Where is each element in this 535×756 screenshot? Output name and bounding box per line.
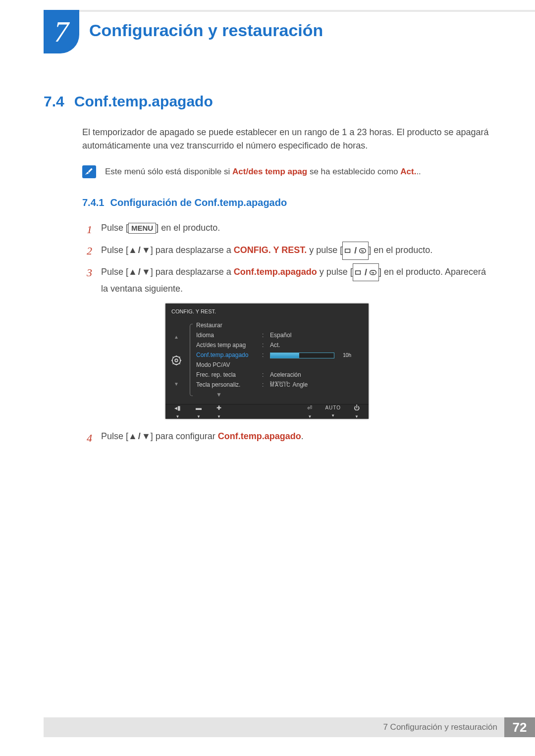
osd-menu: CONFIG. Y REST. ▲ ▼ Restaurar [165,303,369,419]
up-down-icon: ▲/▼ [128,431,151,441]
svg-rect-2 [356,271,361,274]
osd-row-frec: Frec. rep. tecla:Aceleración [196,370,365,380]
svg-line-11 [179,363,180,364]
step-3: 3 Pulse [▲/▼] para desplazarse a Conf.te… [82,263,490,426]
intro-paragraph: El temporizador de apagado se puede esta… [44,126,490,152]
osd-rows: Restaurar Idioma:Español Act/des temp ap… [196,321,365,400]
note: Este menú sólo está disponible si Act/de… [44,165,490,178]
step-4: 4 Pulse [▲/▼] para configurar Conf.temp.… [82,429,490,447]
svg-line-12 [173,363,174,364]
osd-row-tecla: Tecla personaliz.:SAMSUNGMAGIC Angle [196,380,365,390]
osd-bracket [187,321,192,400]
section-heading: 7.4 Conf.temp.apagado [44,93,490,110]
step-number: 4 [82,429,92,447]
select-enter-icon: / [342,242,369,260]
step-target: CONFIG. Y REST. [234,245,307,255]
step-body: Pulse [▲/▼] para desplazarse a Conf.temp… [101,263,490,426]
note-mid: se ha establecido como [307,167,400,176]
up-down-icon: ▲/▼ [128,245,151,255]
footer-text: 7 Configuración y restauración [383,722,504,732]
manual-page: 7 Configuración y restauración 7.4 Conf.… [0,0,535,756]
select-enter-icon: / [353,263,379,282]
note-icon [82,165,96,178]
chapter-title: Configuración y restauración [89,21,323,40]
osd-power-icon: ⏻▼ [354,403,360,420]
step-body: Pulse [MENU] en el producto. [101,220,490,239]
note-text: Este menú sólo está disponible si Act/de… [105,165,421,178]
subsection-number: 7.4.1 [82,197,104,208]
step-number: 2 [82,242,92,260]
svg-line-13 [179,356,180,357]
step-body: Pulse [▲/▼] para configurar Conf.temp.ap… [101,429,490,447]
note-bold1: Act/des temp apag [232,167,307,176]
subsection-heading: 7.4.1 Configuración de Conf.temp.apagado [44,197,490,208]
osd-nav-left-icon: ◂▮▼ [174,403,181,420]
steps-list: 1 Pulse [MENU] en el producto. 2 Pulse [… [44,220,490,447]
step-number: 3 [82,263,92,426]
step-number: 1 [82,220,92,239]
step-1: 1 Pulse [MENU] en el producto. [82,220,490,239]
osd-title: CONFIG. Y REST. [165,303,369,320]
step-target: Conf.temp.apagado [218,431,301,441]
osd-screenshot: CONFIG. Y REST. ▲ ▼ Restaurar [165,303,490,419]
osd-row-modopcav: Modo PC/AV [196,360,365,370]
header-band [67,10,535,12]
subsection-title: Configuración de Conf.temp.apagado [110,197,287,208]
step-target: Conf.temp.apagado [234,267,317,277]
svg-point-5 [175,359,178,362]
osd-row-idioma: Idioma:Español [196,331,365,341]
osd-up-arrow-icon: ▲ [174,333,179,341]
slider-value: 10h [337,351,351,359]
step-body: Pulse [▲/▼] para desplazarse a CONFIG. Y… [101,242,490,260]
osd-bottom-bar: ◂▮▼ ▬▼ ✚▼ ⏎▼ AUTO▼ ⏻▼ [165,404,369,419]
chapter-number: 7 [54,17,69,47]
section-title: Conf.temp.apagado [74,93,213,110]
osd-row-more: ▼ [196,390,365,400]
page-number: 72 [504,717,535,737]
up-down-icon: ▲/▼ [128,267,151,277]
svg-rect-0 [345,249,350,252]
note-pre: Este menú sólo está disponible si [105,167,232,176]
osd-nav-minus-icon: ▬▼ [196,403,202,420]
osd-row-actdes: Act/des temp apag:Act. [196,341,365,351]
slider-fill [270,353,299,358]
osd-body: ▲ ▼ Restaurar Idioma:Español Act/des tem… [165,320,369,404]
slider-track [270,353,334,358]
osd-nav-plus-icon: ✚▼ [216,403,221,420]
osd-auto-label: AUTO▼ [325,403,341,419]
chapter-badge: 7 [44,10,79,53]
osd-row-restaurar: Restaurar [196,321,365,331]
step-2: 2 Pulse [▲/▼] para desplazarse a CONFIG.… [82,242,490,260]
gear-icon [171,355,182,366]
osd-icon-column: ▲ ▼ [169,321,183,400]
section-number: 7.4 [44,93,64,110]
page-footer: 7 Configuración y restauración 72 [44,717,535,737]
osd-enter-icon: ⏎▼ [307,403,312,420]
samsung-magic-label: SAMSUNGMAGIC [270,381,291,388]
osd-row-conftemp: Conf.temp.apagado: 10h [196,351,365,360]
content-area: 7.4 Conf.temp.apagado El temporizador de… [44,93,490,450]
note-bold2: Act. [400,167,421,176]
osd-down-arrow-icon: ▼ [174,380,179,388]
menu-button-icon: MENU [128,223,156,234]
svg-line-10 [173,356,174,357]
